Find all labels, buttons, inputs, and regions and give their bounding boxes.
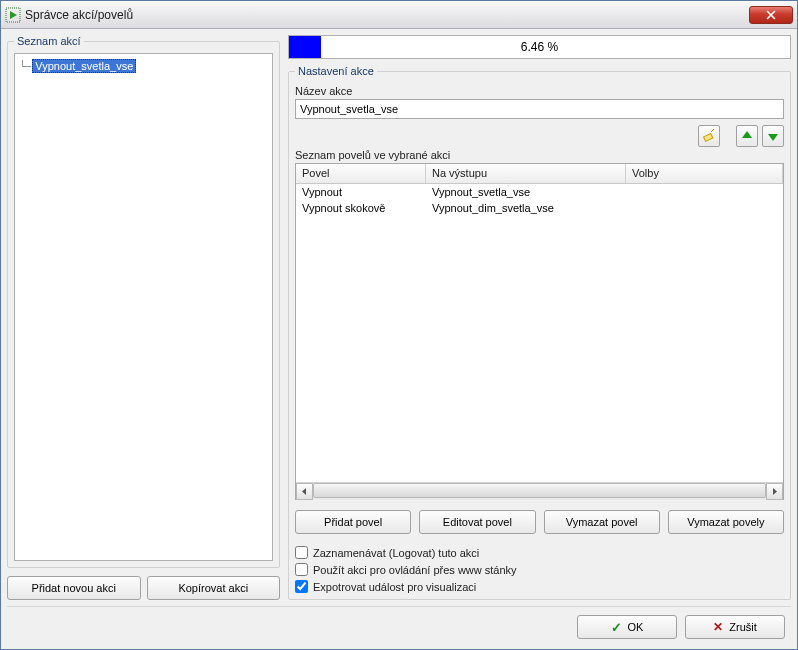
scroll-right-button[interactable] xyxy=(766,483,783,500)
left-buttons: Přidat novou akci Kopírovat akci xyxy=(7,576,280,600)
tree-item-label: Vypnout_svetla_vse xyxy=(32,59,136,73)
www-checkbox[interactable] xyxy=(295,563,308,576)
tree-branch-icon: └─ xyxy=(19,60,30,73)
table-row[interactable]: Vypnout Vypnout_svetla_vse xyxy=(296,184,783,200)
svg-rect-2 xyxy=(704,133,713,141)
export-checkbox-label: Expotrovat událost pro visualizaci xyxy=(313,581,476,593)
col-header-volby[interactable]: Volby xyxy=(626,164,783,183)
col-header-povel[interactable]: Povel xyxy=(296,164,426,183)
app-icon xyxy=(5,7,21,23)
actions-tree[interactable]: └─ Vypnout_svetla_vse xyxy=(14,53,273,561)
actions-group-label: Seznam akcí xyxy=(14,35,84,47)
x-icon: ✕ xyxy=(713,620,723,634)
cancel-button-label: Zrušit xyxy=(729,621,757,633)
scroll-left-button[interactable] xyxy=(296,483,313,500)
delete-command-button[interactable]: Vymazat povel xyxy=(544,510,660,534)
svg-marker-3 xyxy=(742,131,752,138)
close-button[interactable] xyxy=(749,6,793,24)
export-checkbox-row[interactable]: Expotrovat událost pro visualizaci xyxy=(295,580,784,593)
move-up-button[interactable] xyxy=(736,125,758,147)
check-icon: ✓ xyxy=(611,620,622,635)
svg-marker-1 xyxy=(10,11,17,19)
progress-bar: 6.46 % xyxy=(288,35,791,59)
settings-group-label: Nastavení akce xyxy=(295,65,377,77)
horizontal-scrollbar[interactable] xyxy=(296,482,783,499)
log-checkbox[interactable] xyxy=(295,546,308,559)
delete-all-commands-button[interactable]: Vymazat povely xyxy=(668,510,784,534)
svg-marker-4 xyxy=(768,134,778,141)
copy-action-button[interactable]: Kopírovat akci xyxy=(147,576,281,600)
svg-marker-6 xyxy=(773,488,777,495)
window-title: Správce akcí/povelů xyxy=(25,8,749,22)
titlebar: Správce akcí/povelů xyxy=(1,1,797,29)
move-down-button[interactable] xyxy=(762,125,784,147)
client-area: Seznam akcí └─ Vypnout_svetla_vse Přidat… xyxy=(1,29,797,649)
settings-group: Nastavení akce Název akce xyxy=(288,65,791,600)
main-row: Seznam akcí └─ Vypnout_svetla_vse Přidat… xyxy=(7,35,791,600)
www-checkbox-row[interactable]: Použít akci pro ovládání přes www stánky xyxy=(295,563,784,576)
cancel-button[interactable]: ✕ Zrušit xyxy=(685,615,785,639)
ok-button[interactable]: ✓ OK xyxy=(577,615,677,639)
progress-label: 6.46 % xyxy=(289,40,790,54)
window: Správce akcí/povelů Seznam akcí └─ Vypno… xyxy=(0,0,798,650)
add-command-button[interactable]: Přidat povel xyxy=(295,510,411,534)
cell-povel: Vypnout skokově xyxy=(296,202,426,214)
cell-na: Vypnout_svetla_vse xyxy=(426,186,626,198)
ok-button-label: OK xyxy=(628,621,644,633)
right-column: 6.46 % Nastavení akce Název akce xyxy=(288,35,791,600)
close-icon xyxy=(766,10,776,20)
export-checkbox[interactable] xyxy=(295,580,308,593)
add-action-button[interactable]: Přidat novou akci xyxy=(7,576,141,600)
listview-body[interactable]: Vypnout Vypnout_svetla_vse Vypnout skoko… xyxy=(296,184,783,482)
left-column: Seznam akcí └─ Vypnout_svetla_vse Přidat… xyxy=(7,35,280,600)
action-name-input[interactable] xyxy=(295,99,784,119)
eraser-icon xyxy=(702,129,716,143)
commands-list-label: Seznam povelů ve vybrané akci xyxy=(295,149,784,161)
actions-group: Seznam akcí └─ Vypnout_svetla_vse xyxy=(7,35,280,568)
commands-listview[interactable]: Povel Na výstupu Volby Vypnout Vypnout_s… xyxy=(295,163,784,500)
chevron-right-icon xyxy=(771,488,778,495)
clear-icon-button[interactable] xyxy=(698,125,720,147)
command-buttons: Přidat povel Editovat povel Vymazat pove… xyxy=(295,510,784,534)
arrow-down-icon xyxy=(767,130,779,142)
scroll-track[interactable] xyxy=(313,483,766,500)
table-row[interactable]: Vypnout skokově Vypnout_dim_svetla_vse xyxy=(296,200,783,216)
scroll-thumb[interactable] xyxy=(313,483,766,498)
svg-marker-5 xyxy=(302,488,306,495)
www-checkbox-label: Použít akci pro ovládání přes www stánky xyxy=(313,564,517,576)
arrow-up-icon xyxy=(741,130,753,142)
col-header-na[interactable]: Na výstupu xyxy=(426,164,626,183)
cell-povel: Vypnout xyxy=(296,186,426,198)
action-name-label: Název akce xyxy=(295,85,784,97)
toolbar xyxy=(295,125,784,147)
tree-item-action[interactable]: └─ Vypnout_svetla_vse xyxy=(19,58,268,74)
log-checkbox-label: Zaznamenávat (Logovat) tuto akci xyxy=(313,547,479,559)
edit-command-button[interactable]: Editovat povel xyxy=(419,510,535,534)
listview-header: Povel Na výstupu Volby xyxy=(296,164,783,184)
chevron-left-icon xyxy=(301,488,308,495)
cell-na: Vypnout_dim_svetla_vse xyxy=(426,202,626,214)
log-checkbox-row[interactable]: Zaznamenávat (Logovat) tuto akci xyxy=(295,546,784,559)
footer: ✓ OK ✕ Zrušit xyxy=(7,606,791,643)
